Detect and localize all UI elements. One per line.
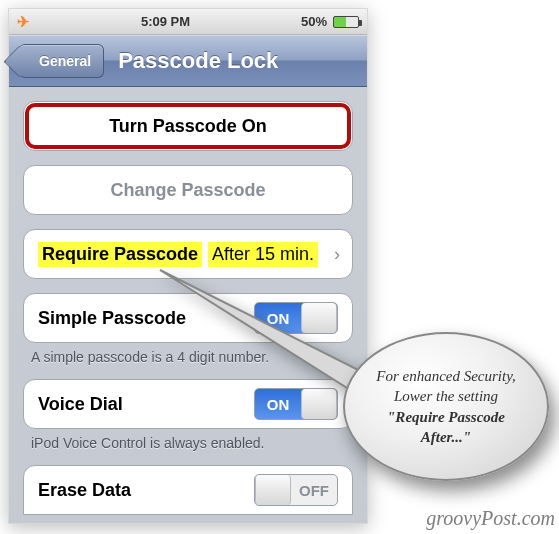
erase-data-label: Erase Data (38, 480, 131, 501)
battery-icon (333, 16, 359, 28)
require-passcode-value: After 15 min. (208, 242, 318, 267)
toggle-on-label: ON (255, 310, 301, 327)
erase-data-row: Erase Data OFF (23, 465, 353, 515)
erase-data-toggle[interactable]: OFF (254, 474, 338, 506)
change-passcode-label: Change Passcode (110, 180, 265, 201)
device-frame: ✈ 5:09 PM 50% General Passcode Lock Turn… (8, 8, 368, 524)
toggle-on-label: ON (255, 396, 301, 413)
voice-dial-footer: iPod Voice Control is always enabled. (23, 429, 353, 451)
voice-dial-label: Voice Dial (38, 394, 123, 415)
toggle-knob (301, 303, 337, 333)
status-bar: ✈ 5:09 PM 50% (9, 9, 367, 35)
simple-passcode-label: Simple Passcode (38, 308, 186, 329)
page-title: Passcode Lock (118, 48, 278, 74)
chevron-right-icon: › (334, 244, 340, 265)
callout-emphasis: "Require Passcode After..." (387, 409, 505, 445)
nav-bar: General Passcode Lock (9, 35, 367, 87)
require-passcode-row[interactable]: Require Passcode After 15 min. › (23, 229, 353, 279)
voice-dial-row: Voice Dial ON (23, 379, 353, 429)
back-button-label: General (39, 53, 91, 69)
airplane-mode-icon: ✈ (17, 13, 30, 31)
turn-passcode-on-label: Turn Passcode On (109, 116, 267, 137)
back-button[interactable]: General (19, 44, 104, 78)
change-passcode-button[interactable]: Change Passcode (23, 165, 353, 215)
toggle-knob (301, 389, 337, 419)
simple-passcode-footer: A simple passcode is a 4 digit number. (23, 343, 353, 365)
settings-content: Turn Passcode On Change Passcode Require… (9, 87, 367, 523)
status-time: 5:09 PM (141, 14, 190, 29)
turn-passcode-on-button[interactable]: Turn Passcode On (23, 101, 353, 151)
require-passcode-label: Require Passcode (38, 242, 202, 267)
annotation-callout: For enhanced Security, Lower the setting… (343, 332, 549, 481)
watermark: groovyPost.com (426, 507, 555, 530)
simple-passcode-toggle[interactable]: ON (254, 302, 338, 334)
battery-percentage: 50% (301, 14, 327, 29)
simple-passcode-row: Simple Passcode ON (23, 293, 353, 343)
voice-dial-toggle[interactable]: ON (254, 388, 338, 420)
callout-text: For enhanced Security, Lower the setting (376, 368, 516, 404)
toggle-knob (255, 475, 291, 505)
toggle-off-label: OFF (291, 482, 337, 499)
